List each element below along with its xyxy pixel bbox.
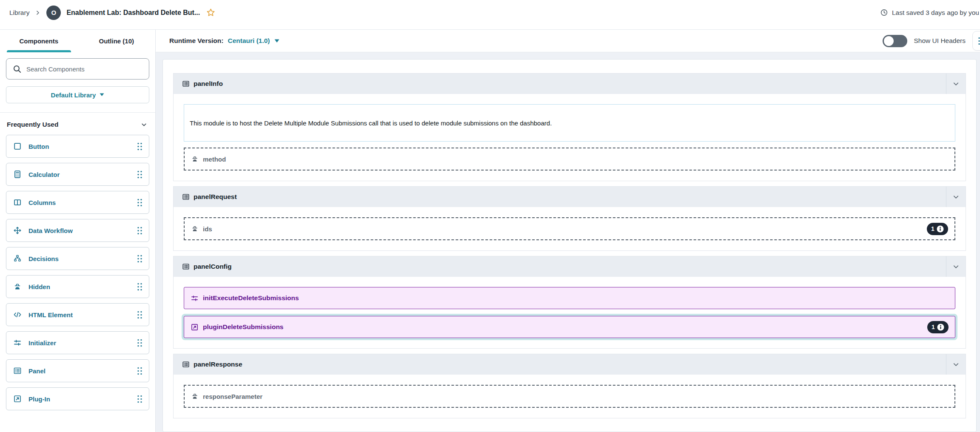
collapse-button[interactable]: [946, 354, 966, 375]
favorite-star-icon[interactable]: [206, 8, 215, 17]
drag-handle-icon[interactable]: [137, 310, 142, 319]
caret-down-icon: [100, 93, 104, 97]
badge-count: 1: [932, 324, 935, 330]
module-description: This module is to host the Delete Multip…: [190, 119, 552, 127]
drag-handle-icon[interactable]: [137, 170, 142, 179]
component-label: initExecuteDeleteSubmissions: [203, 294, 299, 302]
sidebar-tabs: Components Outline (10): [0, 30, 155, 52]
drag-handle-icon[interactable]: [137, 282, 142, 291]
reference-count-badge[interactable]: 1: [927, 223, 948, 235]
panel-info-header[interactable]: panelInfo: [174, 74, 966, 94]
search-box: [6, 58, 149, 80]
clock-icon: [880, 9, 888, 17]
drag-handle-icon[interactable]: [137, 226, 142, 235]
main-area: Runtime Version: Centauri (1.0) Show UI …: [156, 30, 980, 432]
reference-count-badge[interactable]: 1: [927, 321, 949, 333]
drag-handle-icon[interactable]: [137, 254, 142, 263]
panel-title: panelRequest: [194, 193, 237, 201]
tab-outline[interactable]: Outline (10): [78, 30, 156, 52]
caret-down-icon: [274, 39, 279, 43]
panel-info-body: This module is to host the Delete Multip…: [174, 94, 966, 181]
hidden-component-response-parameter[interactable]: responseParameter: [184, 385, 955, 408]
module-canvas: panelInfo This module is to host the Del…: [156, 52, 980, 432]
component-item-initializer[interactable]: Initializer: [6, 331, 149, 354]
hidden-component-ids[interactable]: ids 1: [184, 217, 955, 240]
panel-icon: [182, 193, 190, 201]
module-drag-handle-button[interactable]: [972, 31, 980, 51]
panel-icon: [13, 367, 22, 375]
field-label: ids: [203, 225, 212, 233]
runtime-version-select[interactable]: Centauri (1.0): [228, 37, 279, 45]
top-bar: Library O Enablement Lab: Dashboard Dele…: [0, 0, 980, 30]
initializer-component[interactable]: initExecuteDeleteSubmissions: [184, 287, 955, 309]
initializer-icon: [13, 338, 22, 347]
drag-handle-icon[interactable]: [137, 338, 142, 347]
plug-in-icon: [13, 395, 22, 403]
panel-icon: [182, 361, 190, 368]
panel-response-body: responseParameter: [174, 375, 966, 418]
component-item-data-workflow[interactable]: Data Workflow: [6, 219, 149, 242]
chevron-down-icon: [952, 361, 960, 369]
panel-title: panelResponse: [194, 361, 242, 368]
field-label: responseParameter: [203, 393, 262, 400]
breadcrumb: Library O Enablement Lab: Dashboard Dele…: [9, 6, 215, 20]
collapse-button[interactable]: [946, 256, 966, 277]
panel-request: panelRequest ids: [173, 186, 966, 251]
sidebar-divider: [0, 112, 155, 113]
component-item-calculator[interactable]: Calculator: [6, 163, 149, 186]
info-icon: [937, 225, 944, 233]
search-icon: [13, 65, 22, 74]
panel-title: panelInfo: [194, 80, 223, 88]
panel-title: panelConfig: [194, 263, 232, 270]
last-saved-status: Last saved 3 days ago by you: [880, 9, 979, 17]
component-item-button[interactable]: Button: [6, 135, 149, 158]
component-item-decisions[interactable]: Decisions: [6, 247, 149, 270]
component-item-plug-in[interactable]: Plug-In: [6, 387, 149, 410]
panel-response-header[interactable]: panelResponse: [174, 354, 966, 375]
toggle-knob: [884, 36, 894, 46]
initializer-icon: [191, 294, 199, 302]
hidden-icon: [13, 282, 22, 291]
panel-info: panelInfo This module is to host the Del…: [173, 73, 966, 181]
hidden-icon: [191, 225, 199, 233]
columns-icon: [13, 198, 22, 207]
active-tab-indicator: [7, 50, 71, 52]
panel-icon: [182, 263, 190, 270]
drag-handle-icon[interactable]: [137, 198, 142, 207]
decisions-icon: [13, 254, 22, 263]
module-avatar: O: [46, 6, 61, 20]
show-ui-headers-toggle[interactable]: [883, 35, 907, 47]
chevron-down-icon[interactable]: [140, 121, 148, 128]
plug-in-component[interactable]: pluginDeleteSubmissions 1: [184, 316, 955, 338]
search-input[interactable]: [26, 65, 142, 73]
breadcrumb-library-link[interactable]: Library: [9, 9, 29, 17]
panel-request-body: ids 1: [174, 207, 966, 250]
panel-icon: [182, 80, 190, 88]
collapse-button[interactable]: [946, 187, 966, 207]
info-icon: [937, 324, 944, 331]
panel-config-header[interactable]: panelConfig: [174, 256, 966, 277]
hidden-component-method[interactable]: method: [184, 148, 955, 171]
component-item-hidden[interactable]: Hidden: [6, 275, 149, 298]
component-item-columns[interactable]: Columns: [6, 191, 149, 214]
panel-request-header[interactable]: panelRequest: [174, 187, 966, 207]
panel-response: panelResponse resp: [173, 354, 966, 418]
sidebar-content: Default Library Frequently Used Button: [0, 52, 155, 415]
chevron-down-icon: [952, 193, 960, 201]
chevron-down-icon: [952, 263, 960, 271]
drag-handle-icon[interactable]: [137, 142, 142, 151]
module-card: panelInfo This module is to host the Del…: [162, 59, 977, 432]
data-workflow-icon: [13, 226, 22, 235]
badge-count: 1: [931, 225, 934, 232]
drag-handle-icon[interactable]: [137, 395, 142, 404]
collapse-button[interactable]: [946, 74, 966, 94]
component-item-panel[interactable]: Panel: [6, 359, 149, 382]
tab-components[interactable]: Components: [0, 30, 78, 52]
component-item-html-element[interactable]: HTML Element: [6, 303, 149, 326]
show-ui-headers-label: Show UI Headers: [914, 37, 966, 45]
html-element-icon: [13, 310, 22, 319]
drag-handle-icon[interactable]: [137, 367, 142, 375]
button-icon: [13, 142, 22, 151]
library-selector-button[interactable]: Default Library: [6, 86, 149, 103]
html-element-component[interactable]: This module is to host the Delete Multip…: [184, 104, 955, 142]
